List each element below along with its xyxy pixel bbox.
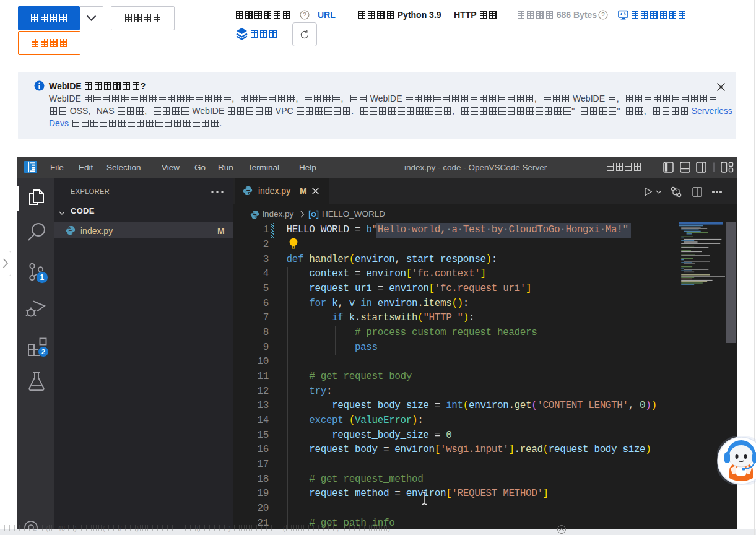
svg-text:?: ? [303, 12, 306, 19]
svg-text:?: ? [601, 12, 605, 19]
